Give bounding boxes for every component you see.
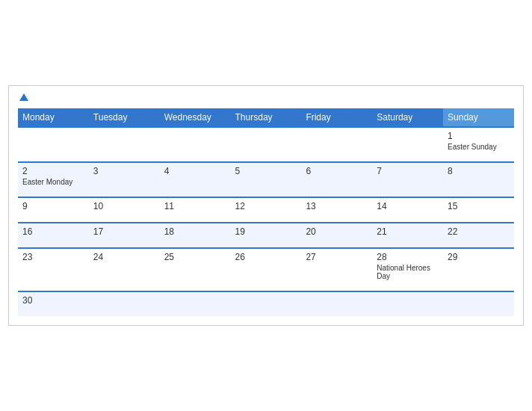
calendar-cell: 6	[301, 162, 372, 197]
calendar-cell: 8	[443, 162, 514, 197]
day-number: 7	[377, 166, 439, 176]
calendar-cell: 7	[372, 162, 443, 197]
day-number: 30	[22, 295, 84, 306]
day-number: 29	[448, 252, 510, 262]
day-event: Easter Sunday	[448, 143, 510, 151]
day-number: 20	[306, 226, 368, 237]
calendar-cell: 5	[231, 162, 302, 197]
calendar-cell: 4	[160, 162, 231, 197]
calendar-cell: 26	[231, 248, 302, 291]
day-number: 8	[448, 166, 510, 176]
day-number: 6	[306, 166, 368, 176]
day-number: 2	[22, 166, 84, 176]
calendar-cell	[372, 291, 443, 316]
day-number: 25	[164, 252, 226, 262]
calendar-cell	[160, 291, 231, 316]
calendar-cell	[89, 291, 160, 316]
weekday-header-saturday: Saturday	[372, 108, 443, 127]
calendar-cell: 14	[372, 197, 443, 223]
calendar-cell	[372, 127, 443, 162]
calendar-cell: 22	[443, 223, 514, 248]
day-number: 5	[235, 166, 297, 176]
calendar-cell	[231, 127, 302, 162]
calendar-cell	[443, 291, 514, 316]
logo-triangle-icon	[19, 93, 28, 101]
day-number: 28	[377, 252, 439, 262]
day-number: 27	[306, 252, 368, 262]
weekday-header-row: MondayTuesdayWednesdayThursdayFridaySatu…	[18, 108, 514, 127]
weekday-header-wednesday: Wednesday	[160, 108, 231, 127]
calendar-table: MondayTuesdayWednesdayThursdayFridaySatu…	[18, 108, 514, 316]
week-row-5: 232425262728National Heroes Day29	[18, 248, 514, 291]
calendar-cell: 10	[89, 197, 160, 223]
calendar-cell: 23	[18, 248, 89, 291]
day-number: 22	[448, 226, 510, 237]
day-number: 14	[377, 201, 439, 211]
week-row-2: 2Easter Monday345678	[18, 162, 514, 197]
calendar-cell: 17	[89, 223, 160, 248]
day-number: 3	[93, 166, 155, 176]
calendar-cell: 18	[160, 223, 231, 248]
calendar-cell: 11	[160, 197, 231, 223]
day-event: Easter Monday	[22, 178, 84, 186]
day-number: 16	[22, 226, 84, 237]
calendar-cell: 28National Heroes Day	[372, 248, 443, 291]
calendar-cell: 9	[18, 197, 89, 223]
calendar-cell: 16	[18, 223, 89, 248]
day-number: 4	[164, 166, 226, 176]
day-number: 10	[93, 201, 155, 211]
week-row-4: 16171819202122	[18, 223, 514, 248]
weekday-header-friday: Friday	[301, 108, 372, 127]
calendar-header	[18, 93, 514, 101]
day-number: 9	[22, 201, 84, 211]
day-event: National Heroes Day	[377, 264, 439, 280]
day-number: 1	[448, 131, 510, 141]
day-number: 18	[164, 226, 226, 237]
weekday-header-monday: Monday	[18, 108, 89, 127]
day-number: 21	[377, 226, 439, 237]
calendar-cell: 3	[89, 162, 160, 197]
calendar-container: MondayTuesdayWednesdayThursdayFridaySatu…	[8, 85, 524, 326]
logo	[18, 93, 28, 101]
weekday-header-thursday: Thursday	[231, 108, 302, 127]
week-row-3: 9101112131415	[18, 197, 514, 223]
day-number: 26	[235, 252, 297, 262]
calendar-cell	[18, 127, 89, 162]
calendar-cell	[89, 127, 160, 162]
calendar-cell: 27	[301, 248, 372, 291]
calendar-cell: 15	[443, 197, 514, 223]
calendar-cell	[160, 127, 231, 162]
week-row-1: 1Easter Sunday	[18, 127, 514, 162]
day-number: 12	[235, 201, 297, 211]
day-number: 11	[164, 201, 226, 211]
day-number: 23	[22, 252, 84, 262]
calendar-cell: 12	[231, 197, 302, 223]
calendar-cell: 24	[89, 248, 160, 291]
calendar-cell: 20	[301, 223, 372, 248]
day-number: 19	[235, 226, 297, 237]
calendar-cell	[301, 127, 372, 162]
calendar-cell: 21	[372, 223, 443, 248]
day-number: 17	[93, 226, 155, 237]
calendar-cell: 25	[160, 248, 231, 291]
calendar-cell: 30	[18, 291, 89, 316]
weekday-header-tuesday: Tuesday	[89, 108, 160, 127]
calendar-cell: 29	[443, 248, 514, 291]
calendar-cell: 13	[301, 197, 372, 223]
calendar-cell: 19	[231, 223, 302, 248]
calendar-cell: 2Easter Monday	[18, 162, 89, 197]
calendar-cell	[231, 291, 302, 316]
calendar-cell	[301, 291, 372, 316]
day-number: 24	[93, 252, 155, 262]
calendar-cell: 1Easter Sunday	[443, 127, 514, 162]
day-number: 13	[306, 201, 368, 211]
weekday-header-sunday: Sunday	[443, 108, 514, 127]
day-number: 15	[448, 201, 510, 211]
week-row-6: 30	[18, 291, 514, 316]
